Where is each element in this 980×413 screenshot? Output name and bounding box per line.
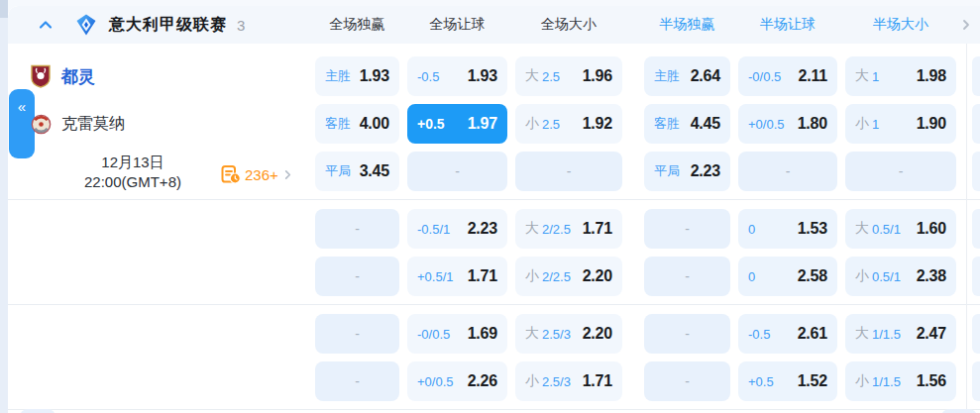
odds-line-prefix: 大 [855, 220, 869, 238]
odds-line-prefix: 大 [525, 325, 539, 343]
odds-value: 2.23 [468, 220, 497, 238]
odds-markets-icon [221, 164, 241, 184]
section-gap [630, 209, 636, 249]
odds-value: 1.90 [917, 115, 946, 133]
odds-line-label: +0.5 [417, 116, 445, 132]
away-team-badge-icon [30, 112, 52, 136]
odds-cell[interactable]: 大2.5/32.20 [515, 314, 622, 354]
odds-line-prefix: 小 [855, 115, 869, 133]
odds-cell[interactable]: 小2.5/31.71 [515, 361, 622, 401]
scroll-right-chevron-icon[interactable] [960, 19, 972, 31]
odds-cell[interactable]: -0.5/12.23 [407, 209, 507, 249]
pinned-column-divider [966, 44, 967, 409]
odds-page: 意大利甲级联赛 3 全场独赢 全场让球 全场大小 半场独赢 半场让球 半场大小 … [0, 0, 980, 413]
odds-cell[interactable]: +0/0.51.80 [738, 104, 837, 144]
odds-line-label: -0/0.5 [417, 327, 450, 342]
odds-cell[interactable]: 大1/1.52.47 [845, 314, 956, 354]
odds-cell[interactable]: 小2.51.92 [515, 104, 622, 144]
scrolled-cell-sliver [972, 104, 980, 144]
odds-cell[interactable]: +0/0.52.26 [407, 361, 507, 401]
more-odds-link[interactable]: 236+ [221, 162, 293, 186]
odds-line-prefix: 大 [525, 67, 539, 85]
odds-line-label: 1 [872, 117, 879, 132]
odds-cell[interactable]: 01.53 [738, 209, 837, 249]
odds-cell[interactable]: 小11.90 [845, 104, 956, 144]
column-header-halftime-overunder: 半场大小 [845, 16, 956, 34]
odds-value: 1.52 [798, 372, 827, 390]
odds-cell: - [845, 152, 956, 191]
odds-line-prefix: 大 [525, 220, 539, 238]
section-gap [630, 56, 636, 96]
odds-value: 3.45 [360, 162, 389, 180]
odds-line-label: +0/0.5 [417, 374, 454, 389]
odds-line-label: 0 [748, 269, 755, 284]
odds-cell[interactable]: 客胜4.00 [315, 104, 399, 144]
odds-cell: - [644, 209, 730, 249]
odds-line-prefix: 小 [855, 267, 869, 285]
scrolled-cell-sliver [972, 56, 980, 96]
odds-cell[interactable]: -0.51.93 [407, 56, 507, 96]
league-header: 意大利甲级联赛 3 全场独赢 全场让球 全场大小 半场独赢 半场让球 半场大小 [8, 6, 980, 44]
odds-cell[interactable]: -0/0.52.11 [738, 56, 837, 96]
odds-value: 1.71 [583, 220, 612, 238]
odds-cell: - [315, 209, 399, 249]
away-team-row[interactable]: 克雷莫纳 [30, 104, 125, 144]
odds-cell[interactable]: +0.51.52 [738, 361, 837, 401]
odds-line-label: -0.5 [748, 327, 770, 342]
odds-cell[interactable]: 大11.98 [845, 56, 956, 96]
odds-line-label: 0 [748, 222, 755, 237]
match-date: 12月13日 [46, 153, 220, 172]
odds-cell[interactable]: 平局3.45 [315, 152, 399, 191]
odds-value: 1.71 [468, 267, 497, 285]
odds-cell[interactable]: 02.58 [738, 257, 837, 296]
home-team-row[interactable]: 都灵 [30, 56, 95, 96]
odds-value: 2.20 [583, 325, 612, 343]
odds-cell[interactable]: 小0.5/12.38 [845, 257, 956, 296]
odds-value: 1.93 [468, 67, 497, 85]
odds-line-label: 1/1.5 [872, 374, 901, 389]
odds-cell[interactable]: 大2.51.96 [515, 56, 622, 96]
league-card: 意大利甲级联赛 3 全场独赢 全场让球 全场大小 半场独赢 半场让球 半场大小 … [8, 6, 980, 413]
odds-line-label: 主胜 [654, 67, 680, 85]
collapse-chevron-up-icon[interactable] [38, 17, 54, 33]
league-logo-icon [75, 14, 97, 36]
odds-line-label: -0.5 [417, 69, 439, 84]
collapse-tab-glyph: « [18, 98, 26, 115]
odds-cell[interactable]: 大0.5/11.60 [845, 209, 956, 249]
left-scrollbar-thumb[interactable] [0, 0, 8, 18]
odds-line-prefix: 小 [525, 267, 539, 285]
odds-value: 2.38 [917, 267, 946, 285]
odds-value: 1.98 [917, 67, 946, 85]
odds-value: 1.93 [360, 67, 389, 85]
odds-value: 2.11 [799, 67, 827, 85]
odds-line-label: 0.5/1 [872, 222, 901, 237]
odds-cell[interactable]: 主胜2.64 [644, 56, 730, 96]
odds-cell[interactable]: 小2/2.52.20 [515, 257, 622, 296]
odds-cell[interactable]: 主胜1.93 [315, 56, 399, 96]
odds-line-label: 客胜 [654, 115, 680, 133]
odds-cell[interactable]: +0.51.97 [407, 104, 507, 144]
odds-cell[interactable]: 客胜4.45 [644, 104, 730, 144]
odds-line-label: 0.5/1 [872, 269, 901, 284]
odds-cell[interactable]: -0.52.61 [738, 314, 837, 354]
odds-cell[interactable]: -0/0.51.69 [407, 314, 507, 354]
away-team-name: 克雷莫纳 [61, 114, 125, 135]
odds-value: 1.92 [583, 115, 612, 133]
odds-cell: - [644, 361, 730, 401]
odds-cell[interactable]: +0.5/11.71 [407, 257, 507, 296]
home-team-badge-icon [30, 64, 52, 88]
odds-value: 2.64 [691, 67, 720, 85]
home-team-name: 都灵 [61, 65, 95, 88]
odds-value: 2.26 [468, 372, 497, 390]
scrolled-cell-sliver [972, 209, 980, 249]
odds-value: 1.53 [798, 220, 827, 238]
section-gap [630, 314, 636, 354]
odds-cell[interactable]: 小1/1.51.56 [845, 361, 956, 401]
match-datetime: 12月13日 22:00(GMT+8) [46, 153, 220, 192]
left-scrollbar-track[interactable] [0, 0, 8, 413]
odds-value: 1.97 [468, 115, 497, 133]
odds-cell[interactable]: 大2/2.51.71 [515, 209, 622, 249]
odds-line-label: +0.5/1 [417, 269, 454, 284]
odds-cell[interactable]: 平局2.23 [644, 152, 730, 191]
odds-line-prefix: 大 [855, 67, 869, 85]
